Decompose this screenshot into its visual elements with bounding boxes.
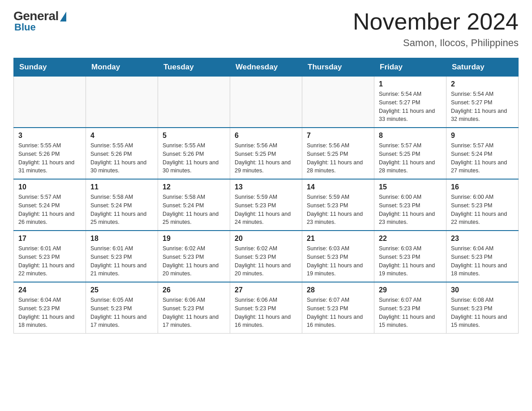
day-info: Sunrise: 6:06 AM Sunset: 5:23 PM Dayligh…	[235, 296, 297, 330]
calendar-day-cell: 22Sunrise: 6:03 AM Sunset: 5:23 PM Dayli…	[374, 231, 446, 282]
weekday-header-thursday: Thursday	[302, 58, 374, 77]
day-info: Sunrise: 6:03 AM Sunset: 5:23 PM Dayligh…	[307, 244, 369, 278]
weekday-header-wednesday: Wednesday	[230, 58, 302, 77]
day-number: 15	[379, 183, 442, 191]
weekday-header-sunday: Sunday	[14, 58, 86, 77]
day-number: 27	[235, 286, 297, 294]
calendar-day-cell: 1Sunrise: 5:54 AM Sunset: 5:27 PM Daylig…	[374, 77, 446, 128]
logo-triangle-icon	[60, 12, 66, 21]
calendar-day-cell: 15Sunrise: 6:00 AM Sunset: 5:23 PM Dayli…	[374, 179, 446, 231]
day-info: Sunrise: 6:07 AM Sunset: 5:23 PM Dayligh…	[379, 296, 442, 330]
calendar-day-cell	[230, 77, 302, 128]
weekday-header-monday: Monday	[86, 58, 158, 77]
calendar-day-cell	[86, 77, 158, 128]
calendar-day-cell: 19Sunrise: 6:02 AM Sunset: 5:23 PM Dayli…	[158, 231, 230, 282]
day-number: 21	[307, 235, 369, 243]
day-info: Sunrise: 6:01 AM Sunset: 5:23 PM Dayligh…	[90, 244, 153, 278]
day-info: Sunrise: 6:01 AM Sunset: 5:23 PM Dayligh…	[18, 244, 81, 278]
day-number: 23	[451, 235, 514, 243]
calendar-day-cell: 7Sunrise: 5:56 AM Sunset: 5:25 PM Daylig…	[302, 128, 374, 179]
day-number: 8	[379, 132, 442, 140]
day-number: 2	[451, 80, 514, 88]
calendar-day-cell: 18Sunrise: 6:01 AM Sunset: 5:23 PM Dayli…	[86, 231, 158, 282]
day-number: 17	[18, 235, 81, 243]
day-number: 10	[18, 183, 81, 191]
day-number: 25	[90, 286, 153, 294]
calendar-day-cell: 6Sunrise: 5:56 AM Sunset: 5:25 PM Daylig…	[230, 128, 302, 179]
calendar-day-cell: 11Sunrise: 5:58 AM Sunset: 5:24 PM Dayli…	[86, 179, 158, 231]
calendar-day-cell: 26Sunrise: 6:06 AM Sunset: 5:23 PM Dayli…	[158, 282, 230, 334]
day-info: Sunrise: 5:55 AM Sunset: 5:26 PM Dayligh…	[163, 141, 225, 175]
day-number: 14	[307, 183, 369, 191]
day-info: Sunrise: 6:06 AM Sunset: 5:23 PM Dayligh…	[163, 296, 225, 330]
calendar-day-cell	[14, 77, 86, 128]
logo: General Blue	[13, 9, 66, 33]
day-number: 28	[307, 286, 369, 294]
day-number: 19	[163, 235, 225, 243]
day-number: 18	[90, 235, 153, 243]
day-info: Sunrise: 5:58 AM Sunset: 5:24 PM Dayligh…	[163, 193, 225, 227]
day-info: Sunrise: 6:00 AM Sunset: 5:23 PM Dayligh…	[451, 193, 514, 227]
day-number: 13	[235, 183, 297, 191]
calendar-day-cell: 25Sunrise: 6:05 AM Sunset: 5:23 PM Dayli…	[86, 282, 158, 334]
weekday-header-tuesday: Tuesday	[158, 58, 230, 77]
day-info: Sunrise: 5:58 AM Sunset: 5:24 PM Dayligh…	[90, 193, 153, 227]
calendar-day-cell: 10Sunrise: 5:57 AM Sunset: 5:24 PM Dayli…	[14, 179, 86, 231]
weekday-header-friday: Friday	[374, 58, 446, 77]
day-number: 30	[451, 286, 514, 294]
calendar-day-cell	[302, 77, 374, 128]
calendar-week-row: 1Sunrise: 5:54 AM Sunset: 5:27 PM Daylig…	[14, 77, 519, 128]
day-number: 29	[379, 286, 442, 294]
day-info: Sunrise: 6:02 AM Sunset: 5:23 PM Dayligh…	[235, 244, 297, 278]
calendar-day-cell: 16Sunrise: 6:00 AM Sunset: 5:23 PM Dayli…	[446, 179, 519, 231]
day-info: Sunrise: 5:57 AM Sunset: 5:24 PM Dayligh…	[451, 141, 514, 175]
day-number: 1	[379, 80, 442, 88]
day-number: 16	[451, 183, 514, 191]
day-number: 26	[163, 286, 225, 294]
calendar-subtitle: Samon, Ilocos, Philippines	[353, 37, 519, 49]
day-number: 9	[451, 132, 514, 140]
title-section: November 2024 Samon, Ilocos, Philippines	[353, 9, 519, 49]
day-info: Sunrise: 6:07 AM Sunset: 5:23 PM Dayligh…	[307, 296, 369, 330]
day-info: Sunrise: 5:56 AM Sunset: 5:25 PM Dayligh…	[235, 141, 297, 175]
day-number: 7	[307, 132, 369, 140]
day-number: 20	[235, 235, 297, 243]
calendar-day-cell: 20Sunrise: 6:02 AM Sunset: 5:23 PM Dayli…	[230, 231, 302, 282]
calendar-day-cell: 27Sunrise: 6:06 AM Sunset: 5:23 PM Dayli…	[230, 282, 302, 334]
calendar-day-cell: 23Sunrise: 6:04 AM Sunset: 5:23 PM Dayli…	[446, 231, 519, 282]
calendar-day-cell: 9Sunrise: 5:57 AM Sunset: 5:24 PM Daylig…	[446, 128, 519, 179]
day-number: 12	[163, 183, 225, 191]
calendar-day-cell: 24Sunrise: 6:04 AM Sunset: 5:23 PM Dayli…	[14, 282, 86, 334]
calendar-day-cell: 29Sunrise: 6:07 AM Sunset: 5:23 PM Dayli…	[374, 282, 446, 334]
calendar-day-cell: 8Sunrise: 5:57 AM Sunset: 5:25 PM Daylig…	[374, 128, 446, 179]
calendar-title: November 2024	[353, 9, 519, 34]
calendar-day-cell: 12Sunrise: 5:58 AM Sunset: 5:24 PM Dayli…	[158, 179, 230, 231]
calendar-day-cell: 4Sunrise: 5:55 AM Sunset: 5:26 PM Daylig…	[86, 128, 158, 179]
day-info: Sunrise: 6:05 AM Sunset: 5:23 PM Dayligh…	[90, 296, 153, 330]
calendar-week-row: 3Sunrise: 5:55 AM Sunset: 5:26 PM Daylig…	[14, 128, 519, 179]
day-info: Sunrise: 6:00 AM Sunset: 5:23 PM Dayligh…	[379, 193, 442, 227]
day-number: 4	[90, 132, 153, 140]
day-info: Sunrise: 5:55 AM Sunset: 5:26 PM Dayligh…	[18, 141, 81, 175]
calendar-day-cell: 13Sunrise: 5:59 AM Sunset: 5:23 PM Dayli…	[230, 179, 302, 231]
day-info: Sunrise: 6:03 AM Sunset: 5:23 PM Dayligh…	[379, 244, 442, 278]
day-info: Sunrise: 5:54 AM Sunset: 5:27 PM Dayligh…	[379, 90, 442, 124]
day-info: Sunrise: 6:04 AM Sunset: 5:23 PM Dayligh…	[451, 244, 514, 278]
day-number: 24	[18, 286, 81, 294]
calendar-day-cell: 28Sunrise: 6:07 AM Sunset: 5:23 PM Dayli…	[302, 282, 374, 334]
day-info: Sunrise: 5:56 AM Sunset: 5:25 PM Dayligh…	[307, 141, 369, 175]
calendar-day-cell	[158, 77, 230, 128]
calendar-week-row: 10Sunrise: 5:57 AM Sunset: 5:24 PM Dayli…	[14, 179, 519, 231]
calendar-day-cell: 21Sunrise: 6:03 AM Sunset: 5:23 PM Dayli…	[302, 231, 374, 282]
calendar-day-cell: 2Sunrise: 5:54 AM Sunset: 5:27 PM Daylig…	[446, 77, 519, 128]
day-info: Sunrise: 5:57 AM Sunset: 5:24 PM Dayligh…	[18, 193, 81, 227]
day-info: Sunrise: 5:55 AM Sunset: 5:26 PM Dayligh…	[90, 141, 153, 175]
day-info: Sunrise: 5:59 AM Sunset: 5:23 PM Dayligh…	[235, 193, 297, 227]
day-number: 6	[235, 132, 297, 140]
weekday-header-saturday: Saturday	[446, 58, 519, 77]
calendar-table: SundayMondayTuesdayWednesdayThursdayFrid…	[13, 58, 519, 334]
day-info: Sunrise: 6:04 AM Sunset: 5:23 PM Dayligh…	[18, 296, 81, 330]
day-number: 3	[18, 132, 81, 140]
day-number: 22	[379, 235, 442, 243]
weekday-header-row: SundayMondayTuesdayWednesdayThursdayFrid…	[14, 58, 519, 77]
